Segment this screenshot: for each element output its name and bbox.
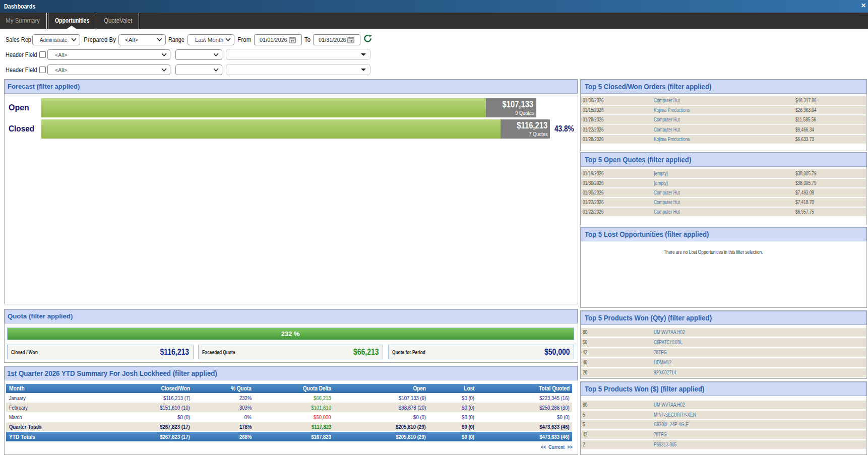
svg-text:17: 17 [349,39,353,42]
svg-text:17: 17 [290,39,294,42]
